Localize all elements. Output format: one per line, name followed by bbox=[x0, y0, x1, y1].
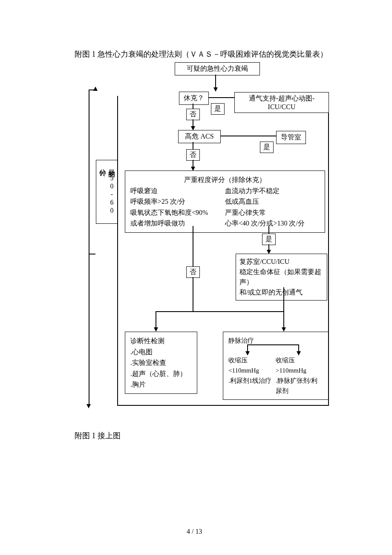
box-vent-support: 通气支持-超声心动图-ICU/CCU bbox=[234, 92, 329, 113]
box-shock: 休克？ bbox=[179, 92, 209, 105]
severity-left-item: 吸氧状态下氧饱和度<90% bbox=[130, 207, 225, 218]
page-number: 4 / 13 bbox=[187, 528, 202, 535]
diag-item: .实验室检查 bbox=[130, 357, 192, 368]
arrow bbox=[93, 87, 98, 91]
connector bbox=[156, 311, 156, 328]
diag-item: .胸片 bbox=[130, 379, 192, 390]
connector bbox=[193, 277, 193, 311]
severity-right-item: 低或高血压 bbox=[225, 196, 320, 207]
diag-title: 诊断性检测 bbox=[130, 335, 192, 347]
arrow bbox=[297, 351, 301, 356]
arrow bbox=[154, 327, 158, 332]
sidebar-time-label: 最初的 30-60 分钟 bbox=[96, 160, 118, 224]
bracket-line bbox=[89, 90, 89, 405]
label-no: 否 bbox=[186, 266, 200, 278]
box-suspect: 可疑的急性心力衰竭 bbox=[175, 62, 260, 75]
arrow bbox=[245, 351, 250, 356]
connector bbox=[193, 226, 193, 266]
connector bbox=[215, 75, 216, 88]
connector bbox=[221, 136, 276, 136]
iv-left-item: 收缩压<110mmHg bbox=[228, 355, 276, 376]
figure-title: 附图 1 急性心力衰竭的处理法则（ＶＡＳ－呼吸困难评估的视觉类比量表） bbox=[75, 49, 328, 59]
connector bbox=[209, 97, 234, 98]
arrow bbox=[213, 87, 218, 92]
iv-left-item: .利尿剂1线治疗 bbox=[228, 376, 276, 386]
connector bbox=[268, 226, 269, 234]
iv-right-item: .静脉扩张剂/利尿剂 bbox=[276, 376, 323, 396]
bracket-line bbox=[117, 405, 328, 406]
box-diagnostic: 诊断性检测 .心电图 .实验室检查 .超声（心脏、肺） .胸片 bbox=[125, 332, 197, 394]
diag-item: .超声（心脏、肺） bbox=[130, 368, 192, 379]
box-iv-therapy: 静脉治疗 收缩压<110mmHg .利尿剂1线治疗 收缩压>110mmHg .静… bbox=[223, 332, 329, 400]
connector bbox=[283, 287, 284, 328]
severity-title: 严重程度评分（排除休克） bbox=[130, 174, 320, 185]
iv-right-item: 收缩压>110mmHg bbox=[276, 355, 323, 376]
connector bbox=[193, 142, 193, 150]
severity-left-item: 呼吸窘迫 bbox=[130, 185, 225, 197]
severity-left-item: 呼吸频率>25 次/分 bbox=[130, 196, 225, 207]
diag-item: .心电图 bbox=[130, 347, 192, 358]
severity-left-item: 或者增加呼吸做功 bbox=[130, 218, 225, 229]
resus-line: 复苏室/CCU/ICU bbox=[239, 257, 323, 267]
bracket-line bbox=[117, 96, 118, 405]
severity-right-item: 血流动力学不稳定 bbox=[225, 185, 320, 197]
severity-right-item: 心率<40 次/分或>130 次/分 bbox=[225, 218, 320, 229]
label-yes: 是 bbox=[211, 103, 225, 115]
footer-text: 附图 1 接上图 bbox=[75, 431, 121, 441]
connector bbox=[156, 311, 283, 312]
label-no: 否 bbox=[186, 149, 200, 161]
box-severity: 严重程度评分（排除休克） 呼吸窘迫 呼吸频率>25 次/分 吸氧状态下氧饱和度<… bbox=[125, 171, 325, 233]
arrow bbox=[86, 404, 91, 408]
box-cath: 导管室 bbox=[276, 131, 306, 144]
connector bbox=[247, 344, 299, 345]
arrow bbox=[282, 327, 286, 332]
resus-line: 和/或立即的无创通气 bbox=[239, 287, 323, 298]
severity-right-item: 严重心律失常 bbox=[225, 207, 320, 218]
label-no: 否 bbox=[186, 109, 200, 120]
box-resus: 复苏室/CCU/ICU 稳定生命体征（如果需要超声） 和/或立即的无创通气 bbox=[236, 254, 327, 301]
label-yes: 是 bbox=[260, 142, 274, 153]
label-yes: 是 bbox=[262, 234, 276, 245]
box-acs: 高危 ACS bbox=[178, 130, 221, 143]
resus-line: 稳定生命体征（如果需要超声） bbox=[239, 267, 323, 287]
bracket-line bbox=[89, 254, 95, 254]
